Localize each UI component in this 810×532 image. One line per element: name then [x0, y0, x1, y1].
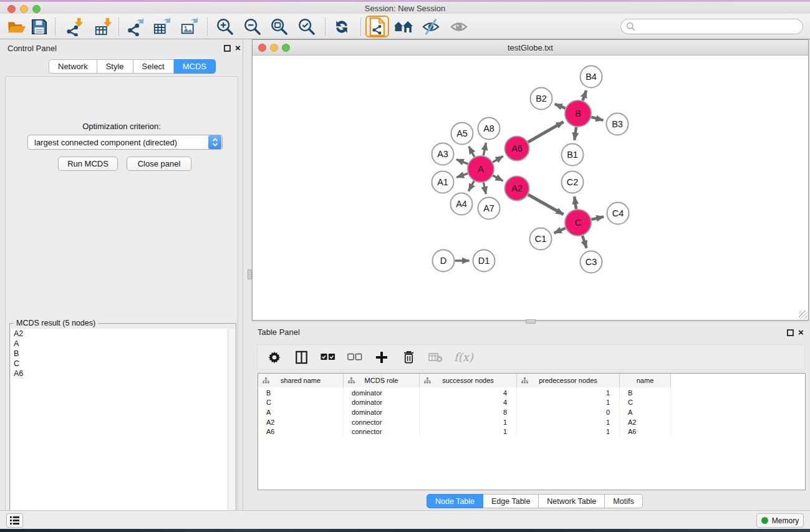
edge-B-B3[interactable]: [591, 117, 603, 120]
import-network-button[interactable]: [63, 16, 87, 37]
table-cell[interactable]: dominator: [344, 398, 420, 408]
close-table-panel-icon[interactable]: ×: [798, 327, 804, 337]
float-table-panel-icon[interactable]: [787, 329, 794, 336]
edge-C-C2[interactable]: [574, 196, 576, 209]
edge-A6-B[interactable]: [528, 122, 564, 142]
edge-B-B1[interactable]: [574, 127, 576, 140]
table-cell[interactable]: 0: [517, 407, 620, 417]
node-A3[interactable]: A3: [432, 143, 454, 165]
table-cell[interactable]: connector: [344, 417, 420, 427]
zoom-selected-button[interactable]: [295, 16, 319, 37]
network-window-titlebar[interactable]: testGlobe.txt: [253, 40, 808, 56]
table-row[interactable]: A2connector11A2: [258, 417, 805, 427]
toggle-columns-button[interactable]: [293, 351, 309, 364]
result-item[interactable]: C: [11, 359, 236, 369]
column-header-successor-nodes[interactable]: successor nodes: [420, 374, 517, 387]
node-C2[interactable]: C2: [562, 172, 584, 193]
show-all-button[interactable]: [447, 16, 471, 37]
column-header-predecessor-nodes[interactable]: predecessor nodes: [517, 374, 620, 387]
table-cell[interactable]: C: [258, 398, 344, 408]
close-panel-button[interactable]: Close panel: [127, 157, 191, 171]
node-A5[interactable]: A5: [451, 123, 473, 145]
table-row[interactable]: Adominator80A: [258, 407, 805, 417]
delete-table-button[interactable]: [427, 352, 443, 362]
column-header-MCDS-role[interactable]: MCDS role: [344, 374, 420, 387]
table-settings-button[interactable]: [266, 351, 282, 364]
node-C1[interactable]: C1: [530, 228, 552, 250]
edge-A-A5[interactable]: [469, 147, 475, 157]
node-B3[interactable]: B3: [607, 114, 629, 135]
result-item[interactable]: A2: [11, 329, 236, 339]
edge-A-A6[interactable]: [493, 157, 503, 163]
edge-C-C3[interactable]: [582, 236, 587, 248]
edge-A-A8[interactable]: [483, 143, 486, 155]
save-session-button[interactable]: [27, 16, 51, 37]
table-cell[interactable]: C: [620, 398, 671, 408]
export-image-button[interactable]: [178, 16, 201, 37]
table-cell[interactable]: B: [258, 388, 344, 398]
table-cell[interactable]: 1: [517, 388, 620, 398]
edge-A-A3[interactable]: [456, 160, 468, 164]
result-scrollbar[interactable]: [228, 329, 236, 532]
task-history-button[interactable]: [6, 513, 23, 528]
tab-motifs[interactable]: Motifs: [605, 494, 642, 508]
edge-A2-C[interactable]: [528, 195, 564, 215]
network-canvas[interactable]: ABCA6A2A1A3A4A5A7A8B1B2B3B4C1C2C3C4DD1: [253, 56, 808, 320]
open-session-button[interactable]: [5, 16, 29, 37]
zoom-fit-button[interactable]: [268, 16, 291, 37]
table-cell[interactable]: dominator: [344, 407, 420, 417]
node-A2[interactable]: A2: [505, 177, 529, 201]
result-item[interactable]: A6: [11, 369, 236, 379]
table-cell[interactable]: 1: [420, 427, 517, 437]
float-panel-icon[interactable]: [224, 45, 231, 52]
network-window[interactable]: testGlobe.txt ABCA6A2A1A3A4A5A7A8B1B2B3B…: [252, 39, 809, 321]
run-mcds-button[interactable]: Run MCDS: [58, 157, 118, 171]
table-cell[interactable]: 4: [420, 398, 517, 408]
add-row-button[interactable]: [374, 351, 390, 364]
table-cell[interactable]: A6: [258, 427, 344, 437]
result-item[interactable]: B: [11, 349, 236, 359]
table-cell[interactable]: A2: [620, 417, 671, 427]
tab-style[interactable]: Style: [97, 59, 133, 74]
edge-A-A7[interactable]: [483, 183, 486, 195]
hide-selected-button[interactable]: [419, 16, 443, 37]
edge-A-A1[interactable]: [456, 173, 468, 177]
node-C3[interactable]: C3: [581, 251, 602, 273]
delete-row-button[interactable]: [400, 351, 417, 364]
close-panel-icon[interactable]: ×: [235, 42, 241, 53]
search-input[interactable]: [635, 22, 803, 31]
table-cell[interactable]: A6: [620, 427, 671, 437]
toolbar-search[interactable]: [620, 19, 803, 34]
node-B1[interactable]: B1: [562, 144, 584, 166]
edge-B-B4[interactable]: [582, 90, 586, 100]
app-titlebar[interactable]: Session: New Session: [0, 2, 810, 14]
table-cell[interactable]: A: [258, 407, 344, 417]
node-A6[interactable]: A6: [505, 137, 529, 161]
edge-A-A2[interactable]: [493, 175, 503, 181]
node-A4[interactable]: A4: [451, 193, 473, 215]
function-builder-button[interactable]: f(x): [454, 351, 473, 364]
node-C[interactable]: C: [565, 210, 591, 236]
criterion-dropdown[interactable]: largest connected component (directed): [27, 135, 223, 150]
table-cell[interactable]: 1: [517, 427, 620, 437]
node-D[interactable]: D: [433, 250, 455, 272]
node-B[interactable]: B: [565, 100, 591, 127]
tab-select[interactable]: Select: [133, 59, 174, 74]
edge-B-B2[interactable]: [555, 104, 566, 109]
table-cell[interactable]: A: [620, 407, 671, 417]
edge-C-C4[interactable]: [591, 216, 604, 220]
edge-A-A4[interactable]: [468, 181, 474, 191]
table-cell[interactable]: 4: [420, 388, 517, 398]
window-resize-grip[interactable]: [799, 311, 808, 319]
export-table-button[interactable]: [150, 16, 174, 37]
desktop-horizontal-scrollbar[interactable]: [526, 319, 536, 324]
zoom-out-button[interactable]: [241, 16, 264, 37]
refresh-button[interactable]: [330, 16, 354, 37]
node-A7[interactable]: A7: [478, 198, 500, 220]
node-table[interactable]: shared nameMCDS rolesuccessor nodesprede…: [258, 373, 806, 490]
table-row[interactable]: A6connector11A6: [258, 427, 805, 437]
home-overview-button[interactable]: [392, 16, 415, 37]
table-cell[interactable]: B: [620, 388, 671, 398]
table-cell[interactable]: connector: [344, 427, 420, 437]
result-item[interactable]: A: [11, 339, 236, 349]
